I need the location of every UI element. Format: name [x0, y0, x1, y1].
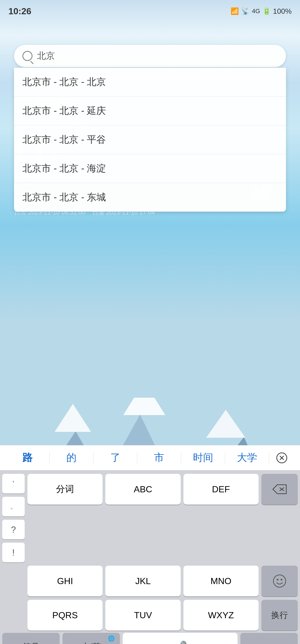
battery-percent: 100%	[273, 7, 292, 16]
search-input-text[interactable]: 北京	[37, 50, 278, 62]
key-space[interactable]: 🎤	[123, 633, 238, 644]
quick-word-0[interactable]: 路	[6, 447, 49, 469]
key-emoji[interactable]	[261, 566, 298, 596]
search-bar[interactable]: 北京	[14, 45, 286, 67]
key-newline[interactable]: 换行	[261, 600, 298, 631]
backspace-icon	[272, 484, 287, 495]
key-tuv[interactable]: TUV	[105, 600, 180, 631]
svg-point-7	[281, 579, 282, 580]
key-num-switch[interactable]: 123	[240, 633, 298, 644]
suggestion-item-4[interactable]: 北京市 - 北京 - 东城	[14, 183, 286, 212]
key-mno[interactable]: MNO	[183, 566, 259, 596]
quick-word-4[interactable]: 时间	[181, 447, 225, 469]
keyboard-row-3: PQRS TUV WXYZ 换行	[2, 600, 298, 631]
svg-point-5	[273, 575, 286, 587]
wifi-icon: 📡	[241, 7, 250, 15]
keyboard-main: ' 。 ? ! 分词 ABC DEF GHI JKL MNO	[0, 470, 300, 633]
suggestions-dropdown: 北京市 - 北京 - 北京 北京市 - 北京 - 延庆 北京市 - 北京 - 平…	[14, 68, 286, 212]
mountain-snow-center	[123, 398, 165, 415]
quick-word-1[interactable]: 的	[50, 447, 93, 469]
status-icons: 📶 📡 4G 🔋 100%	[231, 7, 292, 16]
key-backspace[interactable]	[261, 474, 298, 505]
delete-circle-icon	[276, 452, 287, 463]
globe-icon: 🌐	[108, 635, 115, 642]
network-icon: 4G	[252, 8, 260, 15]
key-period: 。	[2, 497, 25, 516]
key-question[interactable]: ?	[2, 520, 25, 539]
search-icon	[22, 51, 32, 61]
key-ghi[interactable]: GHI	[27, 566, 103, 596]
keyboard-row-2: GHI JKL MNO	[2, 566, 298, 596]
keyboard-bottom-row: 符号 中/英 🌐 🎤 123	[0, 633, 300, 644]
status-time: 10:26	[8, 6, 31, 17]
keyboard-row-1: ' 。 ? ! 分词 ABC DEF	[2, 474, 298, 562]
status-bar: 10:26 📶 📡 4G 🔋 100%	[0, 0, 300, 20]
quick-word-2[interactable]: 了	[94, 447, 137, 469]
punctuation-column: ' 。 ? !	[2, 474, 25, 562]
key-fuhao[interactable]: 符号	[2, 633, 60, 644]
suggestion-item-3[interactable]: 北京市 - 北京 - 海淀	[14, 154, 286, 183]
emoji-icon	[272, 574, 287, 588]
quick-suggestions-bar: 路 的 了 市 时间 大学	[0, 445, 300, 470]
key-fenchi[interactable]: 分词	[27, 474, 103, 505]
mic-icon: 🎤	[173, 640, 187, 644]
signal-icon: 📶	[231, 7, 239, 15]
key-apostrophe[interactable]: '	[2, 474, 25, 493]
key-lang-switch[interactable]: 中/英 🌐	[62, 633, 120, 644]
key-pqrs[interactable]: PQRS	[27, 600, 103, 631]
battery-icon: 🔋	[262, 7, 271, 15]
quick-word-5[interactable]: 大学	[225, 447, 269, 469]
quick-delete-button[interactable]	[269, 452, 294, 463]
key-abc[interactable]: ABC	[105, 474, 180, 505]
suggestion-item-1[interactable]: 北京市 - 北京 - 延庆	[14, 97, 286, 125]
key-jkl[interactable]: JKL	[105, 566, 180, 596]
key-wxyz[interactable]: WXYZ	[183, 600, 259, 631]
keyboard-area: 路 的 了 市 时间 大学 ' 。 ? !	[0, 445, 300, 644]
svg-point-6	[277, 579, 278, 580]
key-def[interactable]: DEF	[183, 474, 259, 505]
quick-word-3[interactable]: 市	[137, 447, 181, 469]
suggestion-item-2[interactable]: 北京市 - 北京 - 平谷	[14, 125, 286, 154]
key-exclaim[interactable]: !	[2, 543, 25, 562]
suggestion-item-0[interactable]: 北京市 - 北京 - 北京	[14, 68, 286, 97]
search-container: 北京 北京市 - 北京 - 北京 北京市 - 北京 - 延庆 北京市 - 北京 …	[14, 45, 286, 212]
